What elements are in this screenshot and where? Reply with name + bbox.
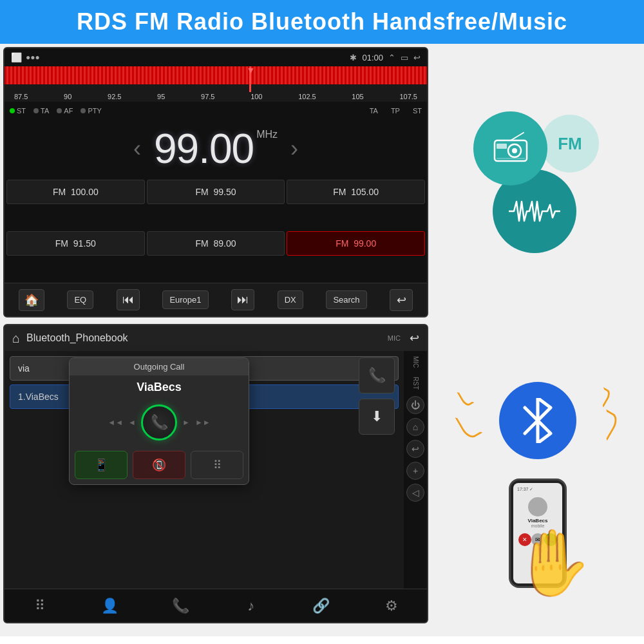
freq-prev-btn[interactable]: ‹ (120, 135, 154, 162)
radio-controls-bar: ST TA AF PTY TA TP ST (5, 102, 427, 120)
nav-apps[interactable]: ⠿ (23, 593, 57, 619)
freq-next-btn[interactable]: › (278, 135, 311, 162)
nav-phone[interactable]: 📞 (164, 593, 197, 619)
bt-content: via 1.ViaBecs Outgoing Call ViaBecs ◄◄ ◄… (5, 351, 427, 589)
vol-down-side-btn[interactable]: ◁ (406, 484, 424, 502)
frequency-unit: MHz (256, 129, 278, 140)
dots-icon: ●●● (26, 53, 40, 62)
eq-button[interactable]: EQ (67, 290, 93, 309)
home-button[interactable]: 🏠 (19, 289, 44, 311)
back-icon: ↩ (413, 53, 421, 62)
search-text: via (18, 363, 30, 374)
freq-scale: 87.5 90 92.5 95 97.5 100 102.5 105 107.5 (5, 93, 427, 100)
freq-ruler: 87.5 90 92.5 95 97.5 100 102.5 105 107.5 (5, 66, 427, 102)
bt-icon-area (454, 369, 621, 472)
nav-music[interactable]: ♪ (234, 593, 268, 619)
radio-icons-panel: FM (431, 44, 644, 321)
bt-back-btn[interactable]: ↩ (410, 331, 419, 345)
wave-icon (509, 195, 560, 227)
time-display: 01:00 (362, 53, 383, 62)
call-forward-icon: ►► (195, 418, 211, 427)
next-button[interactable]: ⏭ (231, 289, 254, 310)
bluetooth-icon: ✱ (350, 53, 357, 62)
nav-link[interactable]: 🔗 (305, 593, 338, 619)
st-right-control: ST (413, 107, 422, 115)
call-phone-btn[interactable]: 📞 (141, 404, 177, 440)
st-control: ST (10, 107, 26, 115)
home-side-btn[interactable]: ⌂ (406, 418, 424, 436)
nav-contacts[interactable]: 👤 (93, 593, 127, 619)
phone-call-info: 17:37 ✓ (516, 486, 560, 493)
page-title: RDS FM Radio Bluetooth Handsfree/Music (77, 8, 567, 35)
status-left: ⬜ ●●● (11, 52, 40, 62)
layout-icon: ▭ (401, 53, 408, 62)
mic-label: MIC (388, 334, 401, 342)
expand-icon: ⌃ (388, 53, 395, 62)
phone-mockup-area: 17:37 ✓ ViaBecs mobile ✕ ✉ 📞 🤚 (509, 478, 567, 588)
bt-screen: ⌂ Bluetooth_Phonebook MIC ↩ via 1.ViaBec… (3, 324, 428, 623)
svg-point-2 (512, 148, 517, 153)
frequency-number: 99.00 (154, 125, 254, 173)
phone-square-btn[interactable]: 📞 (359, 357, 395, 393)
end-call-btn[interactable]: 📵 (133, 451, 185, 479)
mic-side-label: MIC (412, 354, 419, 370)
caller-name: ViaBecs (518, 518, 557, 524)
bt-main-circle (499, 382, 576, 459)
call-dialog-header: Outgoing Call (70, 358, 249, 375)
nav-settings[interactable]: ⚙ (375, 593, 408, 619)
preset-6[interactable]: FM 99.00 (287, 231, 425, 256)
status-bar: ⬜ ●●● ✱ 01:00 ⌃ ▭ ↩ (5, 48, 427, 66)
preset-1[interactable]: FM 100.00 (6, 180, 145, 204)
pty-control: PTY (80, 107, 101, 115)
prev-button[interactable]: ⏮ (117, 289, 140, 310)
presets-grid: FM 100.00 FM 99.50 FM 105.00 FM 91.50 FM… (5, 178, 427, 283)
bt-icons-panel: 17:37 ✓ ViaBecs mobile ✕ ✉ 📞 🤚 (431, 321, 644, 636)
freq-bar: 87.5 90 92.5 95 97.5 100 102.5 105 107.5 (5, 66, 427, 102)
status-right: ✱ 01:00 ⌃ ▭ ↩ (350, 53, 421, 62)
ta-control: TA (33, 107, 49, 115)
radio-antenna-circle (473, 111, 547, 185)
station-button[interactable]: Europe1 (162, 290, 208, 309)
tp-control: TP (391, 107, 400, 115)
back-side-btn[interactable]: ↩ (406, 440, 424, 458)
back-button[interactable]: ↩ (390, 289, 413, 311)
radio-antenna-icon (491, 131, 530, 166)
keypad-btn[interactable]: ⠿ (191, 451, 243, 479)
svg-rect-3 (497, 144, 507, 149)
phone-icon: 📞 (151, 414, 168, 431)
vol-up-side-btn[interactable]: + (406, 462, 424, 480)
call-controls: ◄◄ ◄ 📞 ► ►► (70, 399, 249, 446)
call-prev-icon: ◄ (128, 418, 136, 427)
radio-bottom-controls: 🏠 EQ ⏮ Europe1 ⏭ DX Search ↩ (5, 283, 427, 316)
call-next-icon: ► (182, 418, 190, 427)
ta-right-control: TA (370, 107, 378, 115)
download-btn[interactable]: ⬇ (359, 399, 395, 435)
bt-nav-bar: ⠿ 👤 📞 ♪ 🔗 ⚙ (5, 589, 427, 622)
power-side-btn[interactable]: ⏻ (406, 396, 424, 414)
freq-display: ‹ 99.00 MHz › (5, 120, 427, 178)
left-waves (460, 388, 477, 439)
svg-line-5 (511, 133, 524, 140)
top-section: ⬜ ●●● ✱ 01:00 ⌃ ▭ ↩ 87.5 90 92.5 95 (0, 44, 644, 321)
bt-right-panel: MIC RST ⏻ ⌂ ↩ + ◁ (404, 351, 427, 589)
phone-action-btn[interactable]: 📱 (75, 451, 128, 479)
af-control: AF (57, 107, 73, 115)
call-dialog: Outgoing Call ViaBecs ◄◄ ◄ 📞 ► ►► 📱 📵 ⠿ (69, 357, 249, 485)
dx-button[interactable]: DX (278, 290, 303, 309)
search-button[interactable]: Search (326, 290, 366, 309)
svg-rect-0 (495, 140, 527, 161)
notification-icon: ⬜ (11, 52, 22, 62)
bt-home-icon[interactable]: ⌂ (12, 331, 20, 346)
bt-top-bar: ⌂ Bluetooth_Phonebook MIC ↩ (5, 325, 427, 351)
fm-circle: FM (541, 115, 599, 173)
bt-screen-title: Bluetooth_Phonebook (26, 332, 381, 344)
hand-icon: 🤚 (512, 525, 592, 601)
preset-5[interactable]: FM 89.00 (147, 231, 285, 256)
freq-gradient (5, 66, 427, 84)
preset-4[interactable]: FM 91.50 (6, 231, 145, 256)
bluetooth-icon (518, 398, 557, 443)
preset-3[interactable]: FM 105.00 (287, 180, 425, 204)
radio-screen: ⬜ ●●● ✱ 01:00 ⌃ ▭ ↩ 87.5 90 92.5 95 (3, 47, 428, 317)
call-actions: 📱 📵 ⠿ (70, 446, 249, 484)
preset-2[interactable]: FM 99.50 (147, 180, 285, 204)
